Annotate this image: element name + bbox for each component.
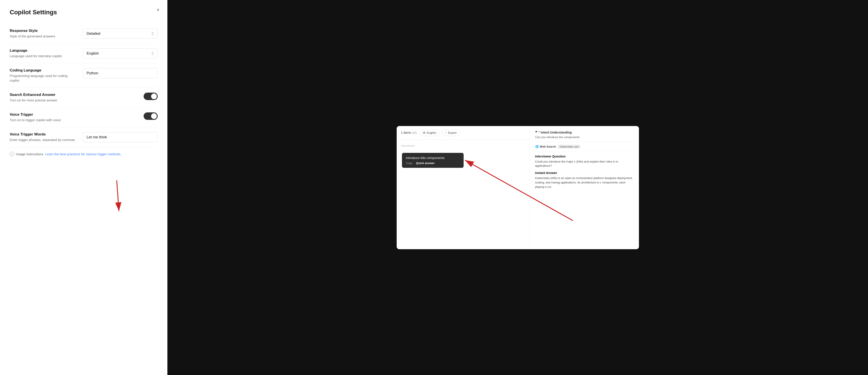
tooltip-actions: Copy Quick answer: [406, 162, 460, 165]
tooltip-copy[interactable]: Copy: [406, 162, 412, 165]
voice-trigger-toggle[interactable]: [144, 112, 158, 120]
web-search-row: 🌐 Web Search Kubernetes com: [535, 145, 634, 149]
tooltip-title: Introduce k8s components: [406, 156, 460, 160]
instant-answer-text: Kubernetes (K8s) is an open-so orchestra…: [535, 176, 634, 189]
interviewer-question-title: Interviewer Question: [535, 155, 634, 158]
voice-trigger-slider: [144, 112, 158, 120]
language-label: Language Language used for interview cop…: [10, 48, 78, 58]
export-button[interactable]: ↑ Export: [442, 130, 460, 136]
instant-answer-title: Instant Answer: [535, 171, 634, 175]
web-search-label: 🌐 Web Search: [535, 145, 556, 148]
language-control: English Spanish French: [83, 48, 158, 58]
export-icon: ↑: [445, 131, 447, 134]
intent-title: ❝ " Intent Understanding: [535, 130, 634, 135]
response-style-title: Response Style: [10, 29, 78, 33]
info-icon: i: [10, 152, 14, 156]
response-style-control: Detailed Concise Balanced: [83, 29, 158, 38]
voice-trigger-words-row: Voice Trigger Words Enter trigger phrase…: [10, 127, 158, 147]
coding-language-title: Coding Language: [10, 68, 78, 73]
tooltip-popup: Introduce k8s components Copy Quick answ…: [402, 153, 464, 168]
search-enhanced-control: [83, 93, 158, 100]
language-desc: Language used for interview copilot: [10, 54, 62, 58]
demo-right: ❝ " Intent Understanding Can you introdu…: [530, 126, 639, 249]
svg-line-1: [117, 180, 119, 211]
intent-title-text: " Intent Understanding: [538, 131, 572, 134]
search-enhanced-label: Search Enhanced Answer Turn on for more …: [10, 93, 78, 102]
voice-trigger-words-desc: Enter trigger phrases, separated by comm…: [10, 138, 75, 142]
language-title: Language: [10, 48, 78, 53]
coding-language-input[interactable]: [83, 68, 158, 78]
search-tag: Kubernetes com: [558, 145, 581, 149]
voice-trigger-label: Voice Trigger Turn on to trigger copilot…: [10, 112, 78, 122]
voice-trigger-control: [83, 112, 158, 120]
response-style-row: Response Style Style of the generated an…: [10, 24, 158, 43]
usage-label: Usage Instructions: [16, 152, 43, 156]
english-label: English: [427, 131, 436, 134]
interviewer-question-text: Could you introduce the major c (K8s) an…: [535, 160, 634, 168]
voice-trigger-title: Voice Trigger: [10, 112, 78, 117]
items-badge: (50): [412, 131, 417, 134]
intent-text: Can you introduce the components: [535, 135, 634, 139]
coding-language-label: Coding Language Programming language use…: [10, 68, 78, 83]
response-style-label: Response Style Style of the generated an…: [10, 29, 78, 38]
interviewer-label: Interviewer: [401, 144, 525, 147]
demo-left: 1 items (50) ⚙ English ↑ Export Intervie…: [397, 126, 530, 249]
voice-trigger-words-label: Voice Trigger Words Enter trigger phrase…: [10, 132, 78, 142]
settings-panel: Copilot Settings × Response Style Style …: [0, 0, 167, 375]
settings-title: Copilot Settings: [10, 9, 158, 16]
coding-language-row: Coding Language Programming language use…: [10, 63, 158, 88]
search-enhanced-desc: Turn on for more precise answer: [10, 98, 57, 102]
web-search-text: Web Search: [540, 145, 556, 148]
divider-1: [535, 142, 634, 142]
coding-language-control: [83, 68, 158, 78]
search-enhanced-slider: [144, 93, 158, 100]
voice-trigger-words-input[interactable]: [83, 132, 158, 142]
demo-card: 1 items (50) ⚙ English ↑ Export Intervie…: [397, 126, 639, 249]
demo-header: 1 items (50) ⚙ English ↑ Export: [397, 126, 530, 140]
intent-section: ❝ " Intent Understanding Can you introdu…: [535, 130, 634, 139]
language-select[interactable]: English Spanish French: [83, 48, 158, 58]
voice-trigger-words-title: Voice Trigger Words: [10, 132, 78, 137]
export-label: Export: [448, 131, 457, 134]
close-button[interactable]: ×: [157, 7, 159, 13]
globe-icon: 🌐: [535, 145, 539, 148]
response-style-select[interactable]: Detailed Concise Balanced: [83, 29, 158, 38]
search-enhanced-row: Search Enhanced Answer Turn on for more …: [10, 88, 158, 107]
usage-instructions: i Usage Instructions Learn the best prac…: [10, 152, 158, 156]
coding-language-desc: Programming language used for coding cop…: [10, 74, 68, 82]
voice-trigger-words-control: [83, 132, 158, 142]
usage-link[interactable]: Learn the best practices for various tri…: [45, 152, 121, 156]
voice-trigger-row: Voice Trigger Turn on to trigger copilot…: [10, 107, 158, 127]
voice-trigger-desc: Turn on to trigger copilot with voice: [10, 118, 61, 122]
gear-icon: ⚙: [423, 131, 426, 134]
demo-panel: 1 items (50) ⚙ English ↑ Export Intervie…: [167, 0, 868, 375]
items-count-text: 1 items: [401, 131, 411, 134]
search-enhanced-title: Search Enhanced Answer: [10, 93, 78, 97]
items-count: 1 items (50): [401, 131, 417, 134]
english-button[interactable]: ⚙ English: [420, 130, 440, 136]
quote-icon: ❝: [535, 130, 537, 135]
search-enhanced-toggle[interactable]: [144, 93, 158, 100]
language-row: Language Language used for interview cop…: [10, 43, 158, 63]
demo-content: Interviewer Introduce k8s components Cop…: [397, 140, 530, 249]
response-style-desc: Style of the generated answers: [10, 34, 55, 38]
tooltip-quick-answer[interactable]: Quick answer: [416, 162, 435, 165]
